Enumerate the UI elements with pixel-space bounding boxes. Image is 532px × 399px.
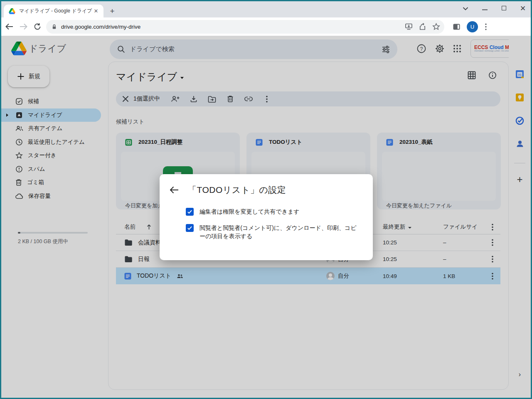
share-icon[interactable] [419,23,426,30]
new-tab-button[interactable]: + [108,7,117,16]
lock-icon [51,23,57,30]
side-panel-icon[interactable] [450,20,463,33]
setting-option: 編集者は権限を変更して共有できます [186,207,360,216]
dialog-title: 「TODOリスト」の設定 [188,184,286,196]
checkbox-checked[interactable] [186,224,194,232]
forward-icon[interactable] [17,20,30,33]
checkbox-checked[interactable] [186,208,194,216]
reload-icon[interactable] [31,20,44,33]
browser-profile-avatar[interactable]: U [467,21,478,32]
address-bar[interactable]: drive.google.com/drive/my-drive [46,20,444,34]
option-label: 閲覧者と閲覧者(コメント可)に、ダウンロード、印刷、コピーの項目を表示する [200,224,360,241]
setting-option: 閲覧者と閲覧者(コメント可)に、ダウンロード、印刷、コピーの項目を表示する [186,224,360,241]
back-icon[interactable] [3,20,15,33]
tab-close-icon[interactable]: ✕ [93,8,99,15]
close-window-button[interactable]: ✕ [518,4,527,13]
bookmark-star-icon[interactable] [432,23,440,30]
drive-favicon [9,8,15,14]
url-text: drive.google.com/drive/my-drive [61,24,140,30]
browser-window: マイドライブ - Google ドライブ ✕ + ✕ drive.google.… [0,0,532,399]
tab-search-chevron-icon[interactable] [461,5,470,12]
minimize-button[interactable] [480,5,489,12]
drive-page: ドライブ ドライブで検索 ? ECCS Cloud Mail Informati… [1,36,531,398]
chrome-menu-icon[interactable] [480,20,492,33]
maximize-button[interactable] [499,5,508,12]
address-toolbar: drive.google.com/drive/my-drive U [1,17,531,36]
share-settings-dialog: 「TODOリスト」の設定 編集者は権限を変更して共有できます 閲覧者と閲覧者(コ… [160,174,373,260]
tab-title: マイドライブ - Google ドライブ [19,7,93,15]
install-icon[interactable] [405,23,413,30]
back-arrow-icon[interactable] [170,186,179,194]
option-label: 編集者は権限を変更して共有できます [200,207,360,216]
tab-strip: マイドライブ - Google ドライブ ✕ + ✕ [1,1,531,17]
browser-tab[interactable]: マイドライブ - Google ドライブ ✕ [4,5,103,17]
